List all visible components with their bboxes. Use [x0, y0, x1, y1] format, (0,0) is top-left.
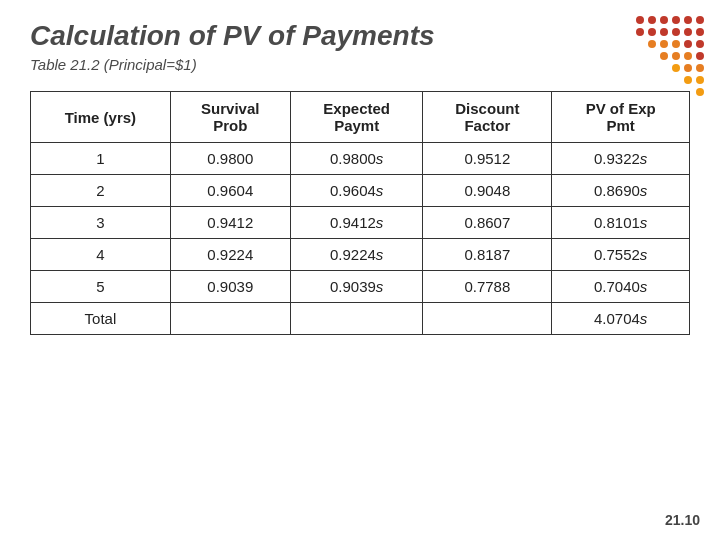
- table-row: 50.90390.9039s0.77880.7040s: [31, 271, 690, 303]
- pv-payments-table: Time (yrs) SurvivalProb ExpectedPaymt Di…: [30, 91, 690, 335]
- svg-point-2: [660, 16, 668, 24]
- svg-point-8: [660, 28, 668, 36]
- table-row: 20.96040.9604s0.90480.8690s: [31, 175, 690, 207]
- svg-point-15: [684, 40, 692, 48]
- svg-point-17: [660, 52, 668, 60]
- cell-time: 2: [31, 175, 171, 207]
- svg-point-26: [696, 88, 704, 96]
- svg-point-4: [684, 16, 692, 24]
- cell-pv: 0.8690s: [552, 175, 690, 207]
- svg-point-0: [636, 16, 644, 24]
- page-subtitle: Table 21.2 (Principal=$1): [30, 56, 690, 73]
- svg-point-20: [696, 52, 704, 60]
- cell-pv: 0.7040s: [552, 271, 690, 303]
- cell-time: 3: [31, 207, 171, 239]
- cell-expected: 0.9604s: [290, 175, 423, 207]
- svg-point-23: [696, 64, 704, 72]
- svg-point-3: [672, 16, 680, 24]
- cell-survival: 0.9039: [170, 271, 290, 303]
- cell-pv: 0.9322s: [552, 143, 690, 175]
- cell-survival: 0.9412: [170, 207, 290, 239]
- cell-survival: 0.9800: [170, 143, 290, 175]
- cell-pv: 0.8101s: [552, 207, 690, 239]
- cell-discount: [423, 303, 552, 335]
- table-row: 40.92240.9224s0.81870.7552s: [31, 239, 690, 271]
- cell-expected: 0.9039s: [290, 271, 423, 303]
- svg-point-19: [684, 52, 692, 60]
- table-row: 30.94120.9412s0.86070.8101s: [31, 207, 690, 239]
- cell-expected: 0.9800s: [290, 143, 423, 175]
- table-row: Total4.0704s: [31, 303, 690, 335]
- svg-point-13: [660, 40, 668, 48]
- cell-time: 5: [31, 271, 171, 303]
- svg-point-16: [696, 40, 704, 48]
- svg-point-10: [684, 28, 692, 36]
- cell-discount: 0.8607: [423, 207, 552, 239]
- svg-point-1: [648, 16, 656, 24]
- page-number: 21.10: [665, 512, 700, 528]
- cell-expected: 0.9224s: [290, 239, 423, 271]
- svg-point-22: [684, 64, 692, 72]
- cell-discount: 0.7788: [423, 271, 552, 303]
- svg-point-9: [672, 28, 680, 36]
- svg-point-5: [696, 16, 704, 24]
- svg-point-7: [648, 28, 656, 36]
- cell-pv: 0.7552s: [552, 239, 690, 271]
- svg-point-6: [636, 28, 644, 36]
- col-header-time: Time (yrs): [31, 92, 171, 143]
- cell-discount: 0.9048: [423, 175, 552, 207]
- cell-discount: 0.8187: [423, 239, 552, 271]
- svg-point-11: [696, 28, 704, 36]
- svg-point-24: [684, 76, 692, 84]
- table-row: 10.98000.9800s0.95120.9322s: [31, 143, 690, 175]
- svg-point-12: [648, 40, 656, 48]
- col-header-expected: ExpectedPaymt: [290, 92, 423, 143]
- svg-point-25: [696, 76, 704, 84]
- svg-point-21: [672, 64, 680, 72]
- cell-survival: 0.9224: [170, 239, 290, 271]
- cell-time: 1: [31, 143, 171, 175]
- decorative-dots: [630, 10, 710, 110]
- cell-pv: 4.0704s: [552, 303, 690, 335]
- page-container: Calculation of PV of Payments Table 21.2…: [0, 0, 720, 540]
- cell-time: 4: [31, 239, 171, 271]
- col-header-survival: SurvivalProb: [170, 92, 290, 143]
- cell-survival: [170, 303, 290, 335]
- cell-time: Total: [31, 303, 171, 335]
- col-header-discount: DiscountFactor: [423, 92, 552, 143]
- cell-expected: 0.9412s: [290, 207, 423, 239]
- page-title: Calculation of PV of Payments: [30, 20, 690, 52]
- cell-discount: 0.9512: [423, 143, 552, 175]
- svg-point-14: [672, 40, 680, 48]
- cell-expected: [290, 303, 423, 335]
- cell-survival: 0.9604: [170, 175, 290, 207]
- svg-point-18: [672, 52, 680, 60]
